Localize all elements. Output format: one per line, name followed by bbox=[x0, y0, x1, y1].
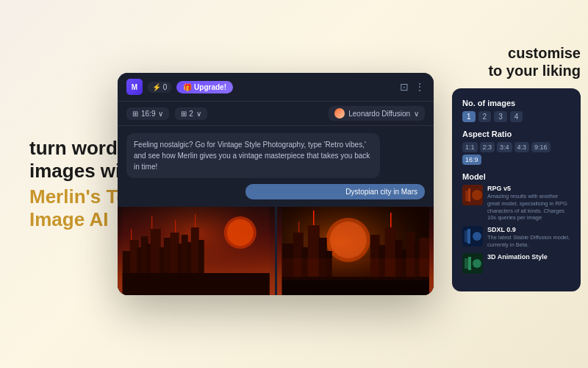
assistant-message: Feeling nostalgic? Go for Vintage Style … bbox=[126, 133, 380, 178]
model-thumb-sdxl bbox=[462, 226, 483, 247]
svg-point-53 bbox=[473, 232, 481, 241]
num-images-1[interactable]: 1 bbox=[462, 111, 476, 122]
upgrade-button[interactable]: 🎁 Upgrade! bbox=[176, 81, 233, 93]
image-grid bbox=[118, 207, 434, 295]
app-window: M ⚡ 0 🎁 Upgrade! ⊡ ⋮ ⊞ 16:9 ∨ ⊞ 2 ∨ Leon… bbox=[118, 73, 434, 295]
settings-panel: No. of images 1 2 3 4 Aspect Ratio 1:1 2… bbox=[452, 88, 581, 291]
aspect-ratio-section: Aspect Ratio 1:1 2:3 3:4 4:3 9:16 16:9 bbox=[462, 130, 570, 165]
fullscreen-icon[interactable]: ⊡ bbox=[400, 81, 409, 93]
num-images-2[interactable]: 2 bbox=[478, 111, 492, 122]
aspect-chevron-icon: ∨ bbox=[158, 110, 163, 118]
num-images-label: No. of images bbox=[462, 99, 570, 107]
aspect-ratio-icon: ⊞ bbox=[132, 110, 138, 118]
model-thumb-3d bbox=[462, 253, 483, 274]
svg-point-49 bbox=[472, 190, 482, 200]
num-images-3[interactable]: 3 bbox=[494, 111, 507, 122]
model-name-rpg: RPG v5 bbox=[487, 185, 570, 192]
num-images-4[interactable]: 4 bbox=[510, 111, 523, 122]
model-info-rpg: RPG v5 Amazing results with another grea… bbox=[487, 185, 570, 222]
model-name: Leonardo Diffusion bbox=[348, 110, 410, 118]
model-section: Model RPG v5 Amazing results with anothe… bbox=[462, 172, 570, 274]
aspect-ratio-selector[interactable]: ⊞ 16:9 ∨ bbox=[126, 107, 169, 120]
merlin-logo: M bbox=[126, 79, 143, 95]
model-chevron-icon: ∨ bbox=[414, 110, 419, 118]
model-desc-sdxl: The latest Stable Diffusion model, curre… bbox=[487, 234, 570, 249]
model-desc-rpg: Amazing results with another great model… bbox=[487, 193, 570, 222]
model-name-sdxl: SDXL 0.9 bbox=[487, 226, 570, 233]
count-chevron-icon: ∨ bbox=[196, 110, 201, 118]
model-avatar bbox=[334, 108, 345, 118]
generated-image-1[interactable] bbox=[118, 207, 275, 295]
toolbar: ⊞ 16:9 ∨ ⊞ 2 ∨ Leonardo Diffusion ∨ bbox=[118, 102, 434, 126]
aspect-3-4[interactable]: 3:4 bbox=[497, 142, 512, 152]
aspect-2-3[interactable]: 2:3 bbox=[480, 142, 495, 152]
model-section-label: Model bbox=[462, 172, 570, 181]
aspect-ratio-value: 16:9 bbox=[141, 110, 155, 118]
aspect-ratio-label: Aspect Ratio bbox=[462, 130, 570, 138]
user-message: Dystopian city in Mars bbox=[245, 184, 425, 199]
settings-panel-container: customise to your liking No. of images 1… bbox=[452, 44, 581, 291]
image-count-value: ⊞ 2 bbox=[181, 110, 193, 118]
num-images-options: 1 2 3 4 bbox=[462, 111, 570, 122]
generated-image-2[interactable] bbox=[277, 207, 434, 295]
model-selector[interactable]: Leonardo Diffusion ∨ bbox=[329, 106, 425, 121]
svg-point-57 bbox=[473, 259, 481, 268]
top-bar-left: M ⚡ 0 🎁 Upgrade! bbox=[126, 79, 233, 95]
model-item-rpg[interactable]: RPG v5 Amazing results with another grea… bbox=[462, 185, 570, 222]
image-count-selector[interactable]: ⊞ 2 ∨ bbox=[175, 107, 207, 120]
top-bar: M ⚡ 0 🎁 Upgrade! ⊡ ⋮ bbox=[118, 73, 434, 102]
aspect-1-1[interactable]: 1:1 bbox=[462, 142, 478, 152]
aspect-4-3[interactable]: 4:3 bbox=[514, 142, 530, 152]
aspect-ratio-options: 1:1 2:3 3:4 4:3 9:16 16:9 bbox=[462, 142, 570, 165]
credits-badge: ⚡ 0 bbox=[147, 82, 172, 93]
model-name-3d: 3D Animation Style bbox=[487, 253, 570, 261]
svg-rect-45 bbox=[282, 258, 429, 280]
credits-value: ⚡ 0 bbox=[152, 83, 167, 91]
more-options-icon[interactable]: ⋮ bbox=[415, 81, 425, 93]
num-images-section: No. of images 1 2 3 4 bbox=[462, 99, 570, 122]
svg-point-26 bbox=[329, 222, 366, 258]
customise-label: customise to your liking bbox=[452, 44, 581, 79]
svg-rect-56 bbox=[468, 257, 471, 270]
aspect-16-9[interactable]: 16:9 bbox=[462, 155, 481, 165]
chat-area: Feeling nostalgic? Go for Vintage Style … bbox=[118, 126, 434, 207]
model-info-sdxl: SDXL 0.9 The latest Stable Diffusion mod… bbox=[487, 226, 570, 249]
svg-rect-48 bbox=[468, 188, 470, 202]
model-item-sdxl[interactable]: SDXL 0.9 The latest Stable Diffusion mod… bbox=[462, 226, 570, 249]
model-item-3d[interactable]: 3D Animation Style bbox=[462, 253, 570, 274]
svg-rect-22 bbox=[123, 207, 270, 295]
model-info-3d: 3D Animation Style bbox=[487, 253, 570, 261]
model-thumb-rpg bbox=[462, 185, 483, 205]
top-bar-right: ⊡ ⋮ bbox=[400, 81, 425, 93]
svg-rect-52 bbox=[467, 229, 470, 244]
aspect-9-16[interactable]: 9:16 bbox=[531, 142, 551, 152]
